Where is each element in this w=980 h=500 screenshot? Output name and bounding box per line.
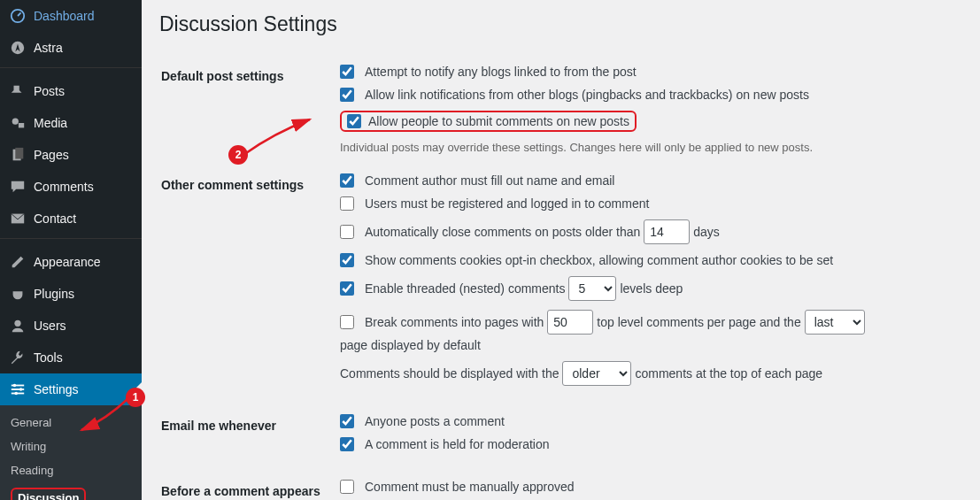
sidebar-item-label: Media	[34, 116, 67, 130]
admin-sidebar: Dashboard Astra Posts Media Pages Commen…	[0, 0, 142, 500]
plug-icon	[9, 285, 27, 303]
svg-point-6	[14, 320, 20, 327]
select-comment-order[interactable]: older	[562, 361, 631, 386]
settings-submenu: General Writing Reading Discussion Media…	[0, 405, 142, 500]
checkbox-must-register[interactable]	[340, 196, 354, 211]
option-label: A comment is held for moderation	[365, 437, 550, 451]
sidebar-item-users[interactable]: Users	[0, 310, 142, 342]
sidebar-item-label: Contact	[34, 212, 76, 226]
text-order-post: comments at the top of each page	[635, 366, 822, 381]
separator	[0, 67, 142, 72]
svg-point-12	[14, 392, 18, 396]
sidebar-item-label: Appearance	[34, 255, 101, 269]
sidebar-item-label: Users	[34, 319, 66, 333]
option-label: Comment author must fill out name and em…	[365, 173, 614, 188]
media-icon	[9, 114, 27, 132]
sidebar-item-settings[interactable]: Settings	[0, 373, 142, 405]
sidebar-item-pages[interactable]: Pages	[0, 139, 142, 171]
sidebar-item-label: Settings	[34, 382, 79, 396]
submenu-label: General	[11, 416, 51, 429]
page-title: Discussion Settings	[159, 12, 962, 36]
sidebar-item-label: Posts	[34, 84, 65, 98]
annotation-badge-1: 1	[126, 388, 145, 407]
sidebar-item-label: Pages	[34, 148, 69, 162]
sidebar-item-dashboard[interactable]: Dashboard	[0, 0, 142, 32]
option-label: Anyone posts a comment	[365, 414, 505, 428]
option-label: Allow people to submit comments on new p…	[368, 114, 629, 128]
svg-point-2	[12, 119, 19, 125]
select-thread-depth[interactable]: 5	[568, 276, 616, 301]
checkbox-anyone-posts[interactable]	[340, 414, 354, 428]
submenu-writing[interactable]: Writing	[0, 435, 142, 458]
sidebar-item-label: Comments	[34, 180, 94, 194]
svg-point-10	[13, 384, 17, 388]
section-before-appear: Before a comment appears	[161, 471, 338, 500]
section-other-comment: Other comment settings	[161, 165, 338, 404]
option-label: Allow link notifications from other blog…	[365, 88, 809, 102]
option-label: Break comments into pages with	[365, 315, 544, 329]
svg-rect-4	[15, 148, 23, 159]
sidebar-item-label: Dashboard	[34, 9, 95, 23]
checkbox-allow-pingbacks[interactable]	[340, 88, 354, 102]
svg-point-11	[19, 388, 23, 391]
sidebar-item-plugins[interactable]: Plugins	[0, 278, 142, 310]
submenu-label: Discussion	[18, 491, 79, 500]
submenu-general[interactable]: General	[0, 411, 142, 435]
checkbox-manual-approve[interactable]	[340, 480, 354, 494]
annotation-badge-2: 2	[228, 145, 248, 165]
users-icon	[9, 317, 27, 335]
pages-icon	[9, 146, 27, 164]
checkbox-held-moderation[interactable]	[340, 437, 354, 451]
submenu-discussion[interactable]: Discussion	[0, 482, 142, 500]
sidebar-item-contact[interactable]: Contact	[0, 203, 142, 235]
comments-icon	[9, 178, 27, 196]
text-days: days	[693, 225, 720, 239]
checkbox-threaded[interactable]	[340, 281, 354, 296]
sidebar-item-astra[interactable]: Astra	[0, 32, 142, 64]
sidebar-item-label: Tools	[34, 350, 63, 365]
content-area: Discussion Settings Default post setting…	[142, 0, 980, 500]
submenu-label: Reading	[11, 464, 53, 477]
submenu-label: Writing	[11, 440, 46, 453]
sidebar-item-tools[interactable]: Tools	[0, 342, 142, 373]
sidebar-item-label: Astra	[34, 41, 63, 55]
checkbox-break-pages[interactable]	[340, 315, 354, 329]
checkbox-auto-close[interactable]	[340, 225, 354, 239]
text-post: page displayed by default	[340, 338, 481, 352]
option-label: Show comments cookies opt-in checkbox, a…	[365, 253, 833, 267]
brush-icon	[9, 253, 27, 271]
input-comments-per-page[interactable]	[547, 310, 593, 335]
separator	[0, 238, 142, 242]
option-label: Enable threaded (nested) comments	[365, 281, 565, 296]
option-label: Users must be registered and logged in t…	[365, 196, 649, 211]
checkbox-author-fill[interactable]	[340, 173, 354, 188]
section-default-post: Default post settings	[161, 56, 338, 163]
default-post-description: Individual posts may override these sett…	[340, 141, 952, 154]
option-label: Comment must be manually approved	[365, 480, 575, 494]
pin-icon	[9, 82, 27, 100]
input-close-days[interactable]	[644, 219, 690, 244]
wrench-icon	[9, 349, 27, 366]
sidebar-item-posts[interactable]: Posts	[0, 75, 142, 107]
text-mid: top level comments per page and the	[597, 315, 800, 329]
checkbox-allow-comments[interactable]	[347, 114, 361, 128]
checkbox-notify-blogs[interactable]	[340, 65, 354, 79]
envelope-icon	[9, 210, 27, 227]
sidebar-item-appearance[interactable]: Appearance	[0, 246, 142, 278]
astra-icon	[9, 39, 27, 57]
submenu-reading[interactable]: Reading	[0, 458, 142, 482]
option-label: Attempt to notify any blogs linked to fr…	[365, 65, 637, 79]
text-order-pre: Comments should be displayed with the	[340, 366, 559, 381]
text-levels: levels deep	[620, 281, 683, 296]
checkbox-cookies-optin[interactable]	[340, 253, 354, 267]
section-email-me: Email me whenever	[161, 405, 338, 469]
sidebar-item-media[interactable]: Media	[0, 107, 142, 139]
select-default-page[interactable]: last	[805, 310, 865, 335]
sidebar-item-label: Plugins	[34, 287, 74, 301]
option-label: Automatically close comments on posts ol…	[365, 225, 640, 239]
dashboard-icon	[9, 7, 27, 25]
sidebar-item-comments[interactable]: Comments	[0, 171, 142, 203]
sliders-icon	[9, 381, 27, 398]
